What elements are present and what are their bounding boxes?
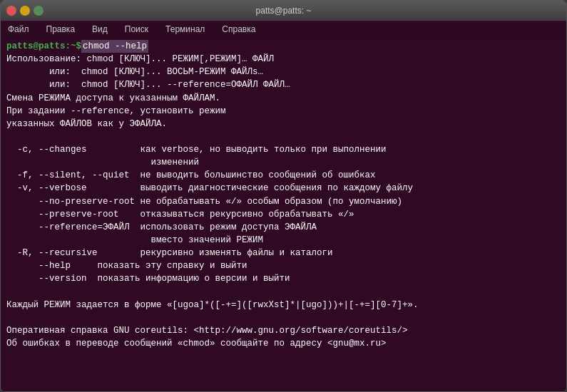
minimize-button[interactable] (20, 6, 30, 16)
command-text: chmod --help (81, 40, 148, 53)
terminal-output: Использование: chmod [КЛЮЧ]... РЕЖИМ[,РЕ… (6, 53, 561, 350)
terminal-window: patts@patts: ~ Файл Правка Вид Поиск Тер… (0, 0, 567, 392)
menu-help[interactable]: Справка (219, 23, 258, 36)
terminal-body[interactable]: patts@patts :~$ chmod --help Использован… (1, 37, 566, 391)
menu-terminal[interactable]: Терминал (163, 23, 208, 36)
menu-file[interactable]: Файл (5, 23, 32, 36)
close-button[interactable] (6, 6, 16, 16)
menu-edit[interactable]: Правка (44, 23, 78, 36)
prompt-user: patts@patts (6, 40, 66, 53)
menu-search[interactable]: Поиск (122, 23, 151, 36)
maximize-button[interactable] (34, 6, 44, 16)
menu-view[interactable]: Вид (89, 23, 111, 36)
title-bar: patts@patts: ~ (1, 1, 566, 21)
prompt-line: patts@patts :~$ chmod --help (6, 40, 561, 53)
prompt-path: :~$ (66, 40, 82, 53)
window-controls (6, 6, 44, 16)
menu-bar: Файл Правка Вид Поиск Терминал Справка (1, 21, 566, 37)
window-title: patts@patts: ~ (256, 6, 312, 16)
